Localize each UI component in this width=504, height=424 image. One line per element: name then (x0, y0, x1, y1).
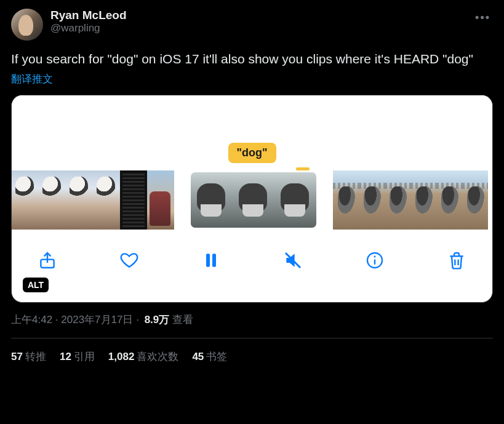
stat-likes[interactable]: 1,082喜欢次数 (108, 350, 179, 364)
tweet-header: Ryan McLeod @warpling ••• (11, 9, 493, 41)
views-count: 8.9万 (145, 314, 170, 326)
time: 上午4:42 (11, 314, 52, 326)
share-icon[interactable] (34, 247, 61, 274)
trash-icon[interactable] (443, 247, 470, 274)
thumbnail (436, 170, 462, 230)
translate-link[interactable]: 翻译推文 (11, 72, 53, 86)
separator: · (133, 314, 142, 326)
thumbnail (12, 170, 39, 230)
thumbnail (333, 170, 359, 230)
thumbnail (462, 170, 488, 230)
thumbnail (147, 170, 174, 230)
video-toolbar (12, 230, 492, 291)
clip-3[interactable] (333, 170, 488, 230)
stat-quotes[interactable]: 12引用 (60, 350, 95, 364)
display-name: Ryan McLeod (50, 9, 473, 22)
tweet-stats: 57转推 12引用 1,082喜欢次数 45书签 (11, 338, 493, 375)
thumbnail (66, 170, 93, 230)
thumbnail (359, 170, 385, 230)
svg-point-6 (374, 256, 376, 258)
stat-retweets[interactable]: 57转推 (11, 350, 46, 364)
bookmarks-label: 书签 (206, 351, 227, 362)
thumbnail (39, 170, 66, 230)
info-icon[interactable] (361, 247, 388, 274)
avatar[interactable] (11, 9, 43, 41)
video-filmstrip[interactable] (12, 170, 492, 230)
clip-1[interactable] (12, 170, 174, 230)
thumbnail (233, 172, 274, 228)
likes-label: 喜欢次数 (137, 351, 178, 362)
separator: · (52, 314, 61, 326)
date: 2023年7月17日 (61, 314, 133, 326)
media-card[interactable]: "dog" (11, 95, 493, 303)
alt-badge[interactable]: ALT (23, 278, 49, 292)
thumbnail (274, 172, 316, 228)
author-names[interactable]: Ryan McLeod @warpling (50, 9, 473, 34)
tweet-meta[interactable]: 上午4:42 · 2023年7月17日 · 8.9万 查看 (11, 313, 493, 327)
thumbnail (120, 170, 147, 230)
thumbnail (410, 170, 436, 230)
retweets-label: 转推 (25, 351, 46, 362)
handle: @warpling (50, 22, 473, 34)
caption-pill: "dog" (228, 143, 276, 163)
quotes-count: 12 (60, 351, 71, 362)
tweet-text: If you search for "dog" on iOS 17 it'll … (11, 50, 493, 67)
thumbnail (93, 170, 120, 230)
likes-count: 1,082 (108, 351, 135, 362)
views-label: 查看 (172, 314, 193, 326)
quotes-label: 引用 (74, 351, 95, 362)
stat-bookmarks[interactable]: 45书签 (192, 350, 227, 364)
more-icon[interactable]: ••• (473, 9, 493, 26)
media-top: "dog" (12, 95, 492, 170)
thumbnail (385, 170, 410, 230)
svg-rect-1 (206, 254, 210, 267)
svg-rect-2 (212, 254, 216, 267)
heart-icon[interactable] (116, 247, 143, 274)
clip-2-selected[interactable] (189, 170, 318, 230)
mute-icon[interactable] (279, 247, 306, 274)
pause-icon[interactable] (198, 247, 225, 274)
thumbnail (191, 172, 233, 228)
tweet-container: Ryan McLeod @warpling ••• If you search … (0, 0, 504, 375)
bookmarks-count: 45 (192, 351, 204, 362)
retweets-count: 57 (11, 351, 23, 362)
